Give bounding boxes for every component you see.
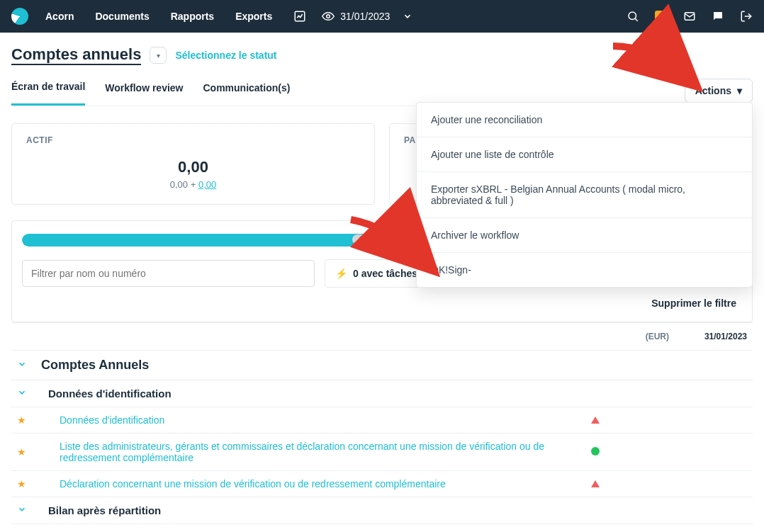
filter-input[interactable] — [22, 260, 315, 287]
table-row: Données d'identification — [11, 380, 753, 407]
action-add-checklist[interactable]: Ajouter une liste de contrôle — [417, 137, 752, 172]
nav-company[interactable]: Acorn — [45, 11, 74, 22]
table-row: Bilan après répartition — [11, 497, 753, 524]
accounts-table: (EUR) 31/01/2023 Comptes AnnuelsDonnées … — [11, 322, 753, 532]
row-link[interactable]: Déclaration concernant une mission de vé… — [41, 478, 584, 489]
st-badge[interactable]: st — [655, 11, 668, 22]
row-heading: Bilan après répartition — [41, 504, 584, 516]
triangle-warning-icon — [591, 480, 600, 487]
row-status — [591, 414, 662, 426]
action-oksign[interactable]: OK!Sign- — [417, 253, 752, 287]
nav-rapports[interactable]: Rapports — [171, 11, 214, 22]
svg-point-2 — [629, 12, 636, 20]
row-star[interactable]: ★ — [17, 414, 34, 426]
app-logo-icon[interactable] — [11, 8, 28, 25]
card-actif-link[interactable]: 0,00 — [198, 179, 216, 190]
row-heading: Comptes Annuels — [41, 358, 584, 373]
row-star[interactable]: ★ — [17, 478, 34, 489]
card-actif-value: 0,00 — [26, 158, 360, 176]
row-toggle[interactable] — [17, 387, 34, 400]
row-star[interactable]: ★ — [17, 446, 34, 458]
top-nav: Acorn Documents Rapports Exports 31/01/2… — [0, 0, 764, 33]
logout-icon[interactable] — [740, 10, 753, 23]
clear-filter-link[interactable]: Supprimer le filtre — [651, 298, 742, 309]
col-currency: (EUR) — [598, 332, 669, 341]
progress-fill — [22, 234, 382, 247]
nav-documents[interactable]: Documents — [95, 11, 149, 22]
chat-icon[interactable] — [712, 10, 724, 23]
row-toggle[interactable] — [17, 359, 34, 371]
actions-dropdown: Ajouter une reconciliation Ajouter une l… — [416, 102, 753, 288]
card-actif: ACTIF 0,00 0,00 + 0,00 — [11, 123, 375, 205]
nav-exports[interactable]: Exports — [235, 11, 272, 22]
bolt-icon: ⚡ — [335, 268, 347, 279]
circle-ok-icon — [591, 447, 600, 455]
table-row: ★Liste des administrateurs, gérants et c… — [11, 434, 753, 471]
select-status-link[interactable]: Sélectionnez le statut — [175, 50, 276, 61]
title-settings-button[interactable]: ▾ — [150, 47, 167, 64]
page-title: Comptes annuels — [11, 45, 141, 65]
svg-point-1 — [327, 15, 330, 18]
actions-button[interactable]: Actions ▾ — [685, 79, 753, 103]
triangle-warning-icon — [591, 417, 600, 424]
action-archive-workflow[interactable]: Archiver le workflow — [417, 218, 752, 253]
row-status — [591, 478, 662, 489]
row-link[interactable]: Liste des administrateurs, gérants et co… — [41, 441, 584, 463]
caret-down-icon: ▾ — [737, 85, 742, 96]
nav-view-date[interactable]: 31/01/2023 — [322, 10, 390, 23]
progress-label: 50% — [352, 234, 382, 244]
table-row: ★Déclaration concernant une mission de v… — [11, 471, 753, 497]
mail-icon[interactable] — [683, 10, 696, 23]
table-row: Comptes Annuels — [11, 351, 753, 380]
card-actif-label: ACTIF — [26, 135, 360, 145]
nav-date-label: 31/01/2023 — [340, 11, 390, 22]
row-status — [591, 446, 662, 458]
search-icon[interactable] — [627, 10, 639, 23]
tab-communications[interactable]: Communication(s) — [203, 82, 291, 105]
table-row: ★Données d'identification — [11, 407, 753, 434]
table-row: ★Bilan après répartition (Actif) — [11, 524, 753, 532]
chart-icon[interactable] — [293, 10, 306, 23]
tab-workscreen[interactable]: Écran de travail — [11, 81, 85, 106]
card-actif-sub: 0,00 + 0,00 — [26, 179, 360, 190]
row-heading: Données d'identification — [41, 387, 584, 400]
row-toggle[interactable] — [17, 504, 34, 516]
chevron-down-icon[interactable] — [403, 11, 412, 21]
table-header: (EUR) 31/01/2023 — [11, 322, 753, 351]
tab-workflow-review[interactable]: Workflow review — [105, 82, 183, 105]
action-export-sxbrl[interactable]: Exporter sXBRL - Belgian Annual Accounts… — [417, 172, 752, 218]
chip-tasks[interactable]: ⚡0 avec tâches — [325, 260, 428, 287]
actions-label: Actions — [695, 85, 731, 96]
row-link[interactable]: Données d'identification — [41, 414, 584, 426]
col-date: 31/01/2023 — [669, 332, 747, 341]
action-add-reconciliation[interactable]: Ajouter une reconciliation — [417, 103, 752, 137]
title-bar: Comptes annuels ▾ Sélectionnez le statut — [11, 45, 753, 65]
